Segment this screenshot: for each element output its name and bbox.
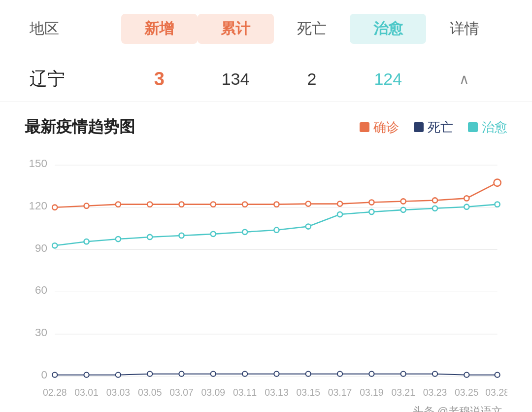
svg-text:03.07: 03.07: [169, 387, 194, 398]
watermark: 头条 @老穆说语文: [413, 404, 502, 412]
svg-text:03.03: 03.03: [106, 387, 131, 398]
svg-text:90: 90: [35, 242, 47, 254]
svg-text:0: 0: [41, 369, 47, 381]
svg-text:03.01: 03.01: [74, 387, 99, 398]
svg-point-61: [179, 372, 184, 377]
svg-point-48: [242, 230, 247, 235]
svg-point-64: [274, 372, 279, 377]
svg-text:02.28: 02.28: [43, 387, 66, 398]
main-container: 地区 新增 累计 死亡 治愈 详情 辽宁 3 134 2 124 ∧ 最新疫情趋…: [0, 0, 532, 412]
svg-point-63: [242, 372, 247, 377]
svg-point-29: [116, 202, 121, 207]
svg-text:03.21: 03.21: [391, 387, 415, 398]
svg-point-59: [116, 373, 121, 378]
svg-text:03.19: 03.19: [360, 387, 383, 398]
header-detail: 详情: [426, 19, 502, 39]
svg-point-42: [52, 243, 57, 248]
recovery-dot: [468, 122, 478, 132]
chart-svg: 150 120 90 60 30 0 02.28 03.01 03.03 03.…: [25, 148, 507, 412]
svg-point-62: [211, 372, 216, 377]
cumulative-value: 134: [198, 69, 274, 89]
svg-text:03.09: 03.09: [201, 387, 226, 398]
svg-point-44: [116, 237, 121, 241]
chart-header: 最新疫情趋势图 确诊 死亡 治愈: [25, 116, 507, 138]
svg-point-27: [52, 205, 57, 210]
table-header: 地区 新增 累计 死亡 治愈 详情: [0, 0, 532, 53]
svg-point-32: [211, 202, 216, 207]
svg-point-69: [432, 372, 437, 377]
svg-point-68: [401, 372, 406, 377]
svg-point-55: [464, 205, 469, 209]
svg-point-33: [242, 202, 247, 207]
recovery-value: 124: [350, 69, 426, 89]
svg-point-57: [52, 373, 57, 378]
svg-point-67: [369, 372, 374, 377]
new-cases-value: 3: [121, 69, 198, 90]
header-recovery: 治愈: [350, 14, 426, 44]
svg-point-43: [84, 239, 89, 244]
svg-point-51: [337, 212, 342, 217]
svg-point-30: [147, 202, 152, 207]
header-death: 死亡: [274, 19, 350, 39]
svg-point-65: [306, 372, 311, 377]
svg-text:03.23: 03.23: [423, 387, 447, 398]
death-label: 死亡: [428, 119, 453, 136]
svg-point-53: [401, 207, 406, 212]
svg-text:03.05: 03.05: [138, 387, 162, 398]
svg-text:60: 60: [35, 284, 47, 296]
confirmed-dot: [360, 122, 369, 132]
svg-point-40: [464, 196, 469, 201]
svg-point-39: [432, 198, 437, 203]
svg-point-35: [306, 202, 311, 206]
svg-text:03.11: 03.11: [233, 387, 257, 398]
svg-point-50: [306, 224, 311, 229]
svg-text:30: 30: [35, 326, 47, 339]
svg-point-60: [147, 372, 152, 377]
death-value: 2: [274, 69, 350, 89]
svg-point-54: [432, 206, 437, 211]
svg-point-56: [495, 202, 499, 207]
svg-point-38: [401, 199, 406, 204]
svg-point-58: [84, 373, 89, 378]
recovery-label: 治愈: [482, 119, 507, 136]
svg-text:03.28: 03.28: [485, 387, 507, 398]
svg-point-37: [369, 200, 374, 205]
chart-section: 最新疫情趋势图 确诊 死亡 治愈: [0, 102, 532, 412]
svg-text:03.13: 03.13: [265, 387, 289, 398]
svg-text:120: 120: [29, 200, 47, 212]
svg-point-49: [274, 228, 279, 233]
svg-point-34: [274, 202, 279, 207]
death-dot: [414, 122, 424, 132]
svg-point-41: [494, 179, 500, 186]
svg-point-52: [369, 209, 374, 214]
svg-point-46: [179, 233, 184, 238]
legend-death: 死亡: [414, 119, 453, 136]
svg-point-47: [211, 232, 216, 237]
confirmed-label: 确诊: [373, 119, 399, 136]
legend-confirmed: 确诊: [360, 119, 399, 136]
legend-recovery: 治愈: [468, 119, 507, 136]
svg-point-70: [464, 373, 469, 378]
chart-legend: 确诊 死亡 治愈: [360, 119, 507, 136]
header-region: 地区: [30, 19, 121, 39]
svg-text:03.15: 03.15: [297, 387, 320, 398]
svg-point-71: [495, 373, 499, 378]
svg-text:150: 150: [29, 157, 47, 170]
svg-point-31: [179, 202, 184, 207]
svg-point-45: [147, 235, 152, 240]
chart-title: 最新疫情趋势图: [25, 116, 360, 138]
header-cumulative: 累计: [198, 14, 274, 44]
svg-text:03.25: 03.25: [455, 387, 478, 398]
svg-point-28: [84, 204, 89, 208]
region-name: 辽宁: [30, 67, 121, 91]
table-row[interactable]: 辽宁 3 134 2 124 ∧: [0, 53, 532, 102]
svg-point-66: [337, 372, 342, 377]
svg-point-36: [337, 202, 342, 206]
svg-text:03.17: 03.17: [328, 387, 352, 398]
expand-chevron[interactable]: ∧: [426, 71, 502, 87]
chart-area: 150 120 90 60 30 0 02.28 03.01 03.03 03.…: [25, 148, 507, 412]
header-new-cases: 新增: [121, 14, 198, 44]
